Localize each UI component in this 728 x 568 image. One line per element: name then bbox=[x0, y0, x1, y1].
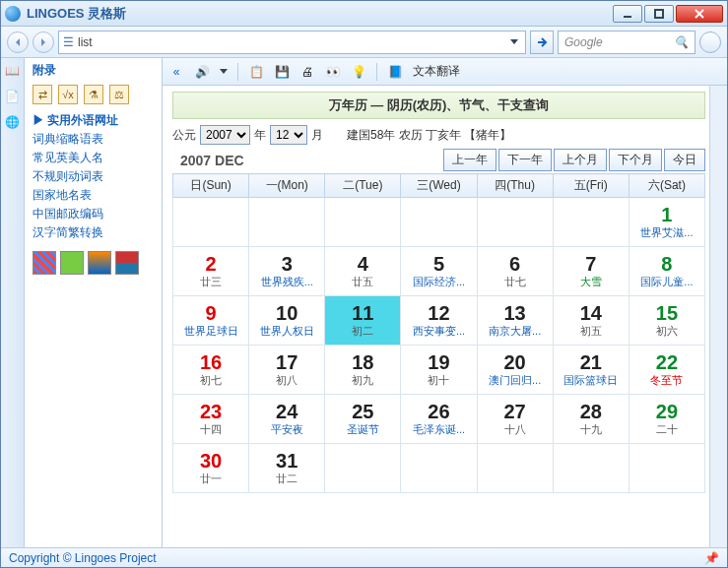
content-toolbar: « 🔊 📋 💾 🖨 👀 💡 📘 文本翻译 bbox=[163, 58, 727, 86]
calendar-cell[interactable]: 9世界足球日 bbox=[173, 296, 249, 346]
calendar-cell[interactable]: 3世界残疾... bbox=[249, 247, 325, 296]
calendar-cell[interactable]: 10世界人权日 bbox=[249, 296, 325, 346]
bottom-icon-4[interactable] bbox=[115, 251, 139, 275]
calendar-cell[interactable]: 23十四 bbox=[173, 395, 249, 444]
calendar-cell[interactable]: 28十九 bbox=[553, 395, 629, 444]
calendar-cell[interactable]: 14初五 bbox=[553, 296, 629, 346]
calendar-cell[interactable]: 6廿七 bbox=[477, 247, 553, 296]
next-year-button[interactable]: 下一年 bbox=[498, 149, 552, 171]
websearch-placeholder: Google bbox=[564, 35, 603, 49]
calendar-cell[interactable]: 20澳门回归... bbox=[477, 346, 553, 395]
calendar-cell[interactable]: 16初七 bbox=[173, 346, 249, 395]
calendar-cell[interactable]: 15初六 bbox=[629, 296, 704, 346]
calendar-cell[interactable]: 22冬至节 bbox=[629, 346, 704, 395]
back-double-icon[interactable]: « bbox=[168, 64, 184, 80]
calendar-cell[interactable]: 24平安夜 bbox=[249, 395, 325, 444]
appendix-icon-2[interactable]: √x bbox=[58, 85, 78, 104]
prev-month-button[interactable]: 上个月 bbox=[554, 149, 607, 171]
calendar-cell[interactable]: 8国际儿童... bbox=[629, 247, 704, 296]
calendar-cell[interactable]: 25圣诞节 bbox=[325, 395, 401, 444]
calendar-cell[interactable]: 1世界艾滋... bbox=[629, 198, 704, 247]
calendar-cell[interactable] bbox=[477, 198, 553, 247]
nav-forward-button[interactable] bbox=[33, 32, 54, 53]
websearch-box[interactable]: Google 🔍 bbox=[558, 31, 695, 54]
sidebar-item-active[interactable]: ▶ 实用外语网址 bbox=[33, 112, 158, 129]
sidebar-item[interactable]: 不规则动词表 bbox=[33, 168, 158, 185]
calendar-cell[interactable]: 19初十 bbox=[401, 346, 477, 395]
bottom-icon-1[interactable] bbox=[33, 251, 56, 275]
search-box: ☰ bbox=[58, 31, 526, 54]
calendar-cell[interactable] bbox=[325, 444, 401, 493]
today-button[interactable]: 今日 bbox=[664, 149, 705, 171]
search-dropdown-icon[interactable] bbox=[507, 35, 521, 49]
bulb-icon[interactable]: 💡 bbox=[351, 64, 366, 80]
calendar-cell[interactable] bbox=[173, 198, 249, 247]
close-button[interactable] bbox=[676, 5, 723, 23]
search-input[interactable] bbox=[78, 35, 507, 49]
calendar-cell[interactable]: 11初二 bbox=[325, 296, 401, 346]
translate-icon[interactable]: 📘 bbox=[387, 64, 403, 80]
calendar-cell[interactable]: 17初八 bbox=[249, 346, 325, 395]
calendar-cell[interactable]: 12西安事变... bbox=[401, 296, 477, 346]
translate-label[interactable]: 文本翻译 bbox=[413, 63, 460, 80]
go-button[interactable] bbox=[530, 31, 554, 54]
calendar-cell[interactable]: 2廿三 bbox=[173, 247, 249, 296]
sidebar-item[interactable]: 汉字简繁转换 bbox=[33, 224, 158, 241]
calendar-cell[interactable]: 27十八 bbox=[477, 395, 553, 444]
calendar-cell[interactable] bbox=[401, 198, 477, 247]
month-select[interactable]: 12 bbox=[270, 125, 307, 145]
calendar-cell[interactable] bbox=[477, 444, 553, 493]
calendar-cell[interactable] bbox=[629, 444, 704, 493]
prev-year-button[interactable]: 上一年 bbox=[443, 149, 496, 171]
bottom-icon-2[interactable] bbox=[60, 251, 84, 275]
sidebar-item[interactable]: 国家地名表 bbox=[33, 187, 158, 204]
book-icon[interactable]: 📖 bbox=[4, 62, 22, 80]
appendix-icon-3[interactable]: ⚗ bbox=[84, 85, 103, 104]
note-icon[interactable]: 📄 bbox=[4, 88, 22, 105]
calendar-cell[interactable]: 7大雪 bbox=[553, 247, 629, 296]
main-toolbar: ☰ Google 🔍 bbox=[1, 27, 727, 58]
save-icon[interactable]: 💾 bbox=[274, 64, 290, 80]
calendar-cell[interactable] bbox=[325, 198, 401, 247]
content-pane: « 🔊 📋 💾 🖨 👀 💡 📘 文本翻译 万年历 — 阴历(农历)、节气、干支查… bbox=[163, 58, 727, 547]
bottom-icon-3[interactable] bbox=[88, 251, 111, 275]
dow-header: 一(Mon) bbox=[249, 174, 325, 198]
appendix-icon-4[interactable]: ⚖ bbox=[109, 85, 129, 104]
calendar-cell[interactable]: 21国际篮球日 bbox=[553, 346, 629, 395]
speaker-dropdown-icon[interactable] bbox=[220, 69, 228, 74]
calendar-cell[interactable] bbox=[401, 444, 477, 493]
dow-header: 三(Wed) bbox=[401, 174, 477, 198]
options-button[interactable] bbox=[699, 32, 721, 53]
sidebar-item[interactable]: 词典缩略语表 bbox=[33, 131, 158, 148]
calendar-cell[interactable]: 13南京大屠... bbox=[477, 296, 553, 346]
calendar-cell[interactable]: 30廿一 bbox=[173, 444, 249, 493]
print-icon[interactable]: 🖨 bbox=[299, 64, 315, 80]
dow-header: 日(Sun) bbox=[173, 174, 249, 198]
calendar-cell[interactable]: 5国际经济... bbox=[401, 247, 477, 296]
app-window: LINGOES 灵格斯 ☰ Google 🔍 📖 📄 🌐 附录 ⇄ bbox=[0, 0, 728, 568]
speaker-icon[interactable]: 🔊 bbox=[194, 64, 210, 80]
dow-header: 六(Sat) bbox=[629, 174, 704, 198]
copy-icon[interactable]: 📋 bbox=[248, 64, 264, 80]
calendar-cell[interactable] bbox=[249, 198, 325, 247]
nav-back-button[interactable] bbox=[7, 32, 29, 53]
year-select[interactable]: 2007 bbox=[200, 125, 250, 145]
dow-header: 二(Tue) bbox=[325, 174, 401, 198]
minimize-button[interactable] bbox=[613, 5, 642, 23]
globe-icon[interactable]: 🌐 bbox=[4, 113, 22, 131]
sidebar-item[interactable]: 中国邮政编码 bbox=[33, 206, 158, 222]
sidebar-item[interactable]: 常见英美人名 bbox=[33, 150, 158, 166]
next-month-button[interactable]: 下个月 bbox=[609, 149, 662, 171]
calendar-cell[interactable] bbox=[553, 444, 629, 493]
calendar-cell[interactable]: 29二十 bbox=[629, 395, 704, 444]
find-icon[interactable]: 👀 bbox=[325, 64, 341, 80]
calendar-cell[interactable]: 18初九 bbox=[325, 346, 401, 395]
pin-icon[interactable]: 📌 bbox=[704, 551, 719, 565]
scrollbar[interactable] bbox=[709, 86, 727, 547]
appendix-icon-1[interactable]: ⇄ bbox=[33, 85, 52, 104]
calendar-cell[interactable]: 31廿二 bbox=[249, 444, 325, 493]
calendar-cell[interactable]: 4廿五 bbox=[325, 247, 401, 296]
calendar-cell[interactable]: 26毛泽东诞... bbox=[401, 395, 477, 444]
maximize-button[interactable] bbox=[644, 5, 674, 23]
calendar-cell[interactable] bbox=[553, 198, 629, 247]
